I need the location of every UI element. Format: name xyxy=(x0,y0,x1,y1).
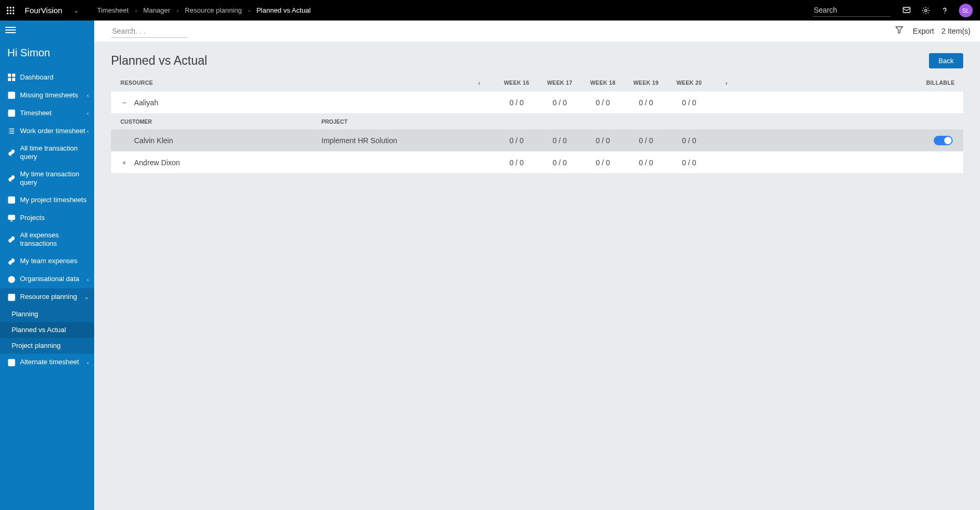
chevron-right-icon: ‹ xyxy=(87,359,89,366)
week-cell: 0 / 0 xyxy=(581,158,624,167)
sidebar-toggle[interactable] xyxy=(0,21,94,39)
sidebar-subitem[interactable]: Project planning xyxy=(0,338,94,354)
sheet-icon xyxy=(7,91,16,99)
sidebar-item-label: Alternate timesheet xyxy=(20,358,87,366)
table-search-input[interactable] xyxy=(111,25,187,38)
gear-icon[interactable] xyxy=(921,6,931,15)
sidebar-item[interactable]: Work order timesheet‹ xyxy=(0,122,94,140)
sidebar-item[interactable]: All expenses transactions xyxy=(0,227,94,253)
sidebar-item[interactable]: Missing timesheets‹ xyxy=(0,86,94,104)
back-button[interactable]: Back xyxy=(929,53,963,68)
sheet-icon xyxy=(7,293,16,302)
sidebar-item-label: Projects xyxy=(20,214,89,222)
expand-icon[interactable]: + xyxy=(120,159,128,166)
sidebar-item[interactable]: Alternate timesheet‹ xyxy=(0,354,94,372)
svg-rect-12 xyxy=(8,74,11,77)
dashboard-icon xyxy=(7,73,16,82)
svg-rect-6 xyxy=(7,13,8,14)
help-icon[interactable] xyxy=(940,6,949,15)
col-customer: CUSTOMER xyxy=(111,118,321,125)
week-prev-icon[interactable]: ‹ xyxy=(463,79,495,87)
sidebar-subitem[interactable]: Planned vs Actual xyxy=(0,322,94,338)
link-icon xyxy=(7,148,16,157)
link-icon xyxy=(7,235,16,244)
sidebar-subitem[interactable]: Planning xyxy=(0,306,94,322)
collapse-icon[interactable]: − xyxy=(120,99,128,106)
week-next-icon[interactable]: › xyxy=(711,79,742,87)
col-billable: BILLABLE xyxy=(742,79,963,86)
message-icon[interactable] xyxy=(902,6,912,15)
sidebar-item-label: All expenses transactions xyxy=(20,231,89,248)
sidebar-item-label: Timesheet xyxy=(20,109,87,117)
svg-rect-18 xyxy=(8,197,15,203)
table-header-row: RESOURCE ‹ WEEK 16 WEEK 17 WEEK 18 WEEK … xyxy=(111,74,963,92)
sidebar-item[interactable]: My team expenses xyxy=(0,253,94,271)
globe-icon xyxy=(7,275,16,284)
week-cell: 0 / 0 xyxy=(668,98,711,107)
breadcrumb-3[interactable]: Planned vs Actual xyxy=(256,6,310,14)
app-launcher-icon[interactable] xyxy=(0,0,21,21)
page-header: Planned vs Actual Back xyxy=(94,42,980,74)
sidebar-item[interactable]: All time transaction query xyxy=(0,140,94,166)
chevron-right-icon: ‹ xyxy=(87,110,89,116)
col-week: WEEK 16 xyxy=(495,79,538,86)
chevron-right-icon: › xyxy=(248,7,250,14)
sidebar-item[interactable]: Dashboard xyxy=(0,68,94,86)
table: RESOURCE ‹ WEEK 16 WEEK 17 WEEK 18 WEEK … xyxy=(94,74,980,174)
week-cell: 0 / 0 xyxy=(624,98,668,107)
sidebar-item[interactable]: Timesheet‹ xyxy=(0,104,94,122)
brand-selector[interactable]: FourVision ⌄ xyxy=(21,0,86,21)
sidebar-item-label: Dashboard xyxy=(20,73,89,82)
chevron-right-icon: ‹ xyxy=(87,276,89,283)
brand-name: FourVision xyxy=(25,6,62,15)
week-cell: 0 / 0 xyxy=(538,98,581,107)
sidebar-item[interactable]: My project timesheets xyxy=(0,191,94,209)
week-cell: 0 / 0 xyxy=(495,98,538,107)
resource-row: +Andrew Dixon0 / 00 / 00 / 00 / 00 / 0 xyxy=(111,152,963,174)
content-toolbar: Export 2 Item(s) xyxy=(94,21,980,42)
sidebar-item[interactable]: My time transaction query xyxy=(0,166,94,192)
avatar-initials: SL xyxy=(962,7,969,14)
sidebar-item-label: Work order timesheet xyxy=(20,127,87,135)
sidebar-item[interactable]: Organisational data‹ xyxy=(0,271,94,288)
week-cell: 0 / 0 xyxy=(624,158,668,167)
col-week: WEEK 17 xyxy=(538,79,581,86)
svg-rect-17 xyxy=(8,110,15,116)
global-search-input[interactable] xyxy=(813,4,891,17)
sheet-icon xyxy=(7,109,16,117)
svg-rect-21 xyxy=(8,294,15,301)
top-icons: SL xyxy=(891,4,980,17)
chevron-down-icon: ⌄ xyxy=(74,7,79,14)
breadcrumb-0[interactable]: Timesheet xyxy=(97,6,128,14)
sidebar-item[interactable]: Projects xyxy=(0,209,94,227)
billable-toggle[interactable] xyxy=(934,136,953,145)
hamburger-icon xyxy=(5,29,16,31)
col-week: WEEK 18 xyxy=(581,79,624,86)
week-cell: 0 / 0 xyxy=(538,136,581,145)
svg-rect-22 xyxy=(8,359,15,366)
svg-rect-3 xyxy=(7,9,8,11)
week-cell: 0 / 0 xyxy=(668,136,711,145)
week-cell: 0 / 0 xyxy=(495,158,538,167)
breadcrumb-1[interactable]: Manager xyxy=(143,6,170,14)
week-cell: 0 / 0 xyxy=(668,158,711,167)
resource-name: Andrew Dixon xyxy=(134,158,180,167)
breadcrumb-2[interactable]: Resource planning xyxy=(185,6,241,14)
svg-rect-14 xyxy=(8,78,11,81)
sidebar-item[interactable]: Resource planning⌄ xyxy=(0,288,94,306)
svg-rect-19 xyxy=(8,215,15,219)
week-cell: 0 / 0 xyxy=(495,136,538,145)
user-avatar[interactable]: SL xyxy=(959,4,973,17)
svg-rect-7 xyxy=(9,13,11,14)
resource-name: Aaliyah xyxy=(134,98,158,107)
item-count: 2 Item(s) xyxy=(942,27,971,35)
svg-rect-4 xyxy=(9,9,11,11)
detail-row: Calvin KleinImplement HR Solution0 / 00 … xyxy=(111,129,963,152)
detail-header-row: CUSTOMERPROJECT xyxy=(111,114,963,129)
svg-rect-1 xyxy=(9,7,11,8)
sidebar-item-label: Resource planning xyxy=(20,293,84,301)
export-button[interactable]: Export xyxy=(913,27,934,35)
filter-icon[interactable] xyxy=(895,26,903,36)
sheet-icon xyxy=(7,196,16,204)
customer-name: Calvin Klein xyxy=(134,136,173,145)
